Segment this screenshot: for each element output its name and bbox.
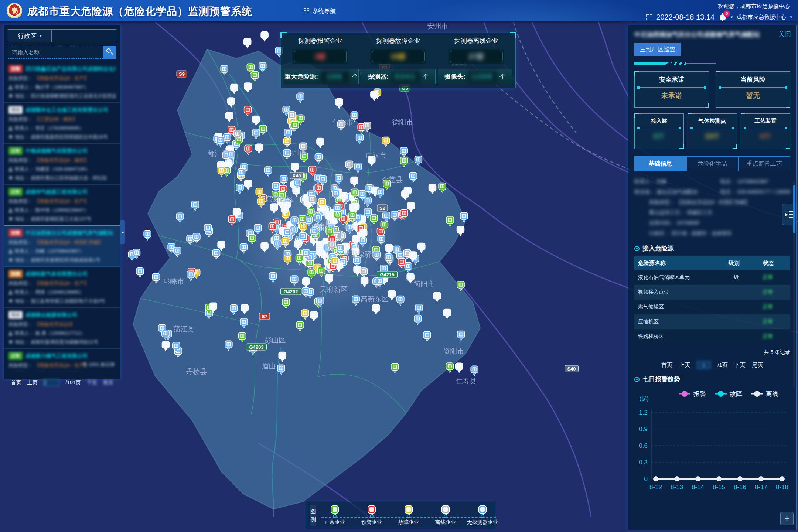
location-pin-icon — [8, 299, 13, 303]
location-pin-icon — [8, 258, 13, 262]
table-row[interactable]: 燃气储罐区正常 — [634, 300, 790, 314]
3d-tour-button[interactable]: 三维厂区巡查 — [634, 43, 681, 56]
legend-ring-icon — [407, 514, 410, 518]
close-panel-button[interactable]: 关闭 — [778, 30, 791, 38]
company-list-item[interactable]: 报警四川路鑫石油产品有限公司成都转运仓库风险类型：【危险化学品Q4 - 生产】联… — [4, 62, 120, 103]
table-page-input[interactable]: 1 — [697, 361, 711, 369]
company-name: 成都华气能源工程有限公司 — [25, 189, 88, 195]
equipment-stat-card: 气体检测点19个 — [688, 113, 737, 149]
district-value-area[interactable] — [52, 30, 116, 42]
org-menu[interactable]: 成都市应急救援中心 — [736, 14, 786, 21]
sidebar-pagination: 首页 上页 1 /101页 下页 尾页 — [4, 379, 120, 386]
company-list-item[interactable]: 离线成都蓉众能源有限公司风险类型：【危险化学品Q3】联系人： 杨 勇（13086… — [4, 308, 120, 349]
resource-counter: 重大危险源:166个 — [284, 69, 359, 84]
table-first-page[interactable]: 首页 — [661, 362, 672, 369]
status-badge: 正常 — [8, 352, 23, 360]
page-total: /101页 — [65, 379, 81, 386]
table-header-状态: 状态 — [759, 256, 790, 270]
svg-text:0: 0 — [644, 475, 648, 482]
svg-text:G4202: G4202 — [283, 289, 298, 294]
system-nav-button[interactable]: 系统导航 — [304, 7, 336, 15]
map-label-仁寿县: 仁寿县 — [456, 377, 477, 385]
legend-ring-icon — [370, 514, 374, 518]
status-badge: 正常 — [8, 147, 23, 155]
svg-text:S9: S9 — [179, 71, 185, 77]
bell-caret-icon[interactable]: ▾ — [731, 15, 733, 20]
search-button[interactable] — [103, 46, 116, 59]
last-page-link[interactable]: 尾页 — [103, 379, 113, 386]
equipment-stat-card: 工艺装置6个 — [741, 113, 790, 149]
tab-危险化学品[interactable]: 危险化学品 — [686, 156, 739, 171]
org-caret-icon[interactable]: ▾ — [790, 15, 792, 20]
hazard-name: 燃气储罐区 — [634, 300, 725, 314]
road-badge-G4202: G4202 — [281, 288, 301, 295]
risk-type-row: 风险类型：【危险化学品Q4 - 生产】 — [8, 75, 116, 82]
table-last-page[interactable]: 尾页 — [752, 362, 763, 369]
sidebar-collapse-handle[interactable]: ◂ — [120, 220, 125, 244]
legend-item: 正常企业 — [316, 505, 353, 526]
hazard-level — [725, 314, 759, 329]
address-row: 地址： 成都市新都区新工大道107号 — [8, 216, 116, 222]
company-list-item[interactable]: 正常中燃成都燃气有限责任公司风险类型：【危险化学品Q4 - 储存】联系人： 张建… — [4, 144, 120, 185]
first-page-link[interactable]: 首页 — [11, 379, 21, 386]
map-zoom-in-button[interactable]: + — [780, 512, 794, 525]
risk-type-row: 风险类型：【危险化学品Q4 - 储存】 — [8, 157, 116, 164]
panel-scrollbar[interactable] — [793, 181, 795, 388]
detector-stat-label: 探测器离线企业 — [439, 37, 513, 45]
table-header-危险源名称: 危险源名称 — [634, 256, 725, 270]
person-icon — [8, 249, 13, 253]
location-pin-icon — [8, 94, 13, 98]
info-field: 风险类型： 【危险化学品Q4 - 经营贮存罐】 — [634, 197, 790, 207]
hazard-level — [725, 285, 759, 300]
fullscreen-icon[interactable] — [646, 14, 652, 20]
hazard-status: 正常 — [759, 314, 790, 329]
prev-page-link[interactable]: 上页 — [27, 379, 37, 386]
company-list-item[interactable]: 离线成都顺丰化工仓储工程有限责任公司风险类型：【工贸Q2B - 储存】联系人： … — [4, 103, 120, 144]
status-badge: 离线 — [8, 311, 23, 319]
next-page-link[interactable]: 下页 — [87, 379, 97, 386]
current-risk-value: 暂无 — [716, 91, 790, 100]
map-label-邛崃市: 邛崃市 — [163, 277, 184, 285]
person-icon — [8, 85, 13, 89]
legend-label: 离线企业 — [435, 519, 456, 526]
company-list-item[interactable]: 预警成都恒新气体有限责任公司风险类型：【危险化学品Q4 - 生产】联系人： 周强… — [4, 267, 120, 308]
tab-重点监管工艺[interactable]: 重点监管工艺 — [738, 156, 790, 171]
app-header: 成都市重大危险源（危险化学品）监测预警系统 系统导航 欢迎您，成都市应急救援中心… — [0, 0, 798, 21]
table-row[interactable]: 铁路栈桥区正常 — [634, 329, 790, 344]
company-list-item[interactable]: 报警中石油西南分公司成都储气库气储配站风险类型：【危险化学品Q4 - 经营贮存罐… — [4, 226, 120, 267]
svg-text:0.9: 0.9 — [639, 426, 648, 433]
status-badge: 报警 — [8, 229, 23, 237]
svg-text:X40: X40 — [292, 173, 301, 178]
table-row[interactable]: 液化石油气储罐区单元一级正常 — [634, 270, 790, 285]
address-row: 地址： 蒲江县寿安镇工业园区电子大道9号 — [8, 298, 116, 304]
road-badge-S7: S7 — [259, 313, 270, 320]
tab-基础信息[interactable]: 基础信息 — [634, 156, 686, 171]
enterprise-detail-panel: 中石油西南油气田分公司成都储气库气储配站 关闭 三维厂区巡查 安全承诺 未承诺 … — [628, 25, 797, 530]
table-record-count: 共 5 条记录 — [634, 349, 790, 356]
detector-stats-panel: 探测器报警企业3家探测器故障企业18家探测器离线企业27家 重大危险源:166个… — [281, 33, 516, 88]
road-badge-G4215: G4215 — [377, 271, 398, 278]
table-row[interactable]: 视频接入点位正常 — [634, 285, 790, 300]
search-input[interactable] — [8, 46, 103, 59]
detector-stat-label: 探测器报警企业 — [283, 37, 357, 45]
info-field: 营业场： 液化石油气储配站 — [634, 187, 720, 197]
resource-counter: 摄像头:1268个 — [438, 69, 512, 84]
hazard-level — [725, 300, 759, 314]
equipment-stat-value: 19个 — [688, 132, 737, 141]
map-label-彭山区: 彭山区 — [265, 336, 286, 344]
table-prev-page[interactable]: 上页 — [679, 362, 690, 369]
status-badge: 正常 — [8, 188, 23, 196]
safety-promise-value: 未承诺 — [635, 91, 709, 100]
company-list-item[interactable]: 正常成都华气能源工程有限公司风险类型：【危险化学品Q4 - 生产】联系人： 陈中… — [4, 185, 120, 226]
page-input[interactable]: 1 — [43, 379, 59, 386]
notification-bell-icon[interactable]: 0 — [718, 13, 727, 21]
detector-stat-card: 探测器报警企业3家 — [283, 37, 357, 64]
company-pin-icon — [441, 505, 450, 514]
company-name: 成都恒新气体有限责任公司 — [25, 271, 88, 277]
table-next-page[interactable]: 下页 — [734, 362, 746, 369]
info-field: 联系人： 刘峰 — [634, 176, 720, 187]
district-dropdown[interactable]: 行政区▾ — [8, 30, 52, 42]
notification-badge: 0 — [723, 10, 730, 17]
person-icon — [8, 290, 13, 294]
table-row[interactable]: 压缩机区正常 — [634, 314, 790, 329]
